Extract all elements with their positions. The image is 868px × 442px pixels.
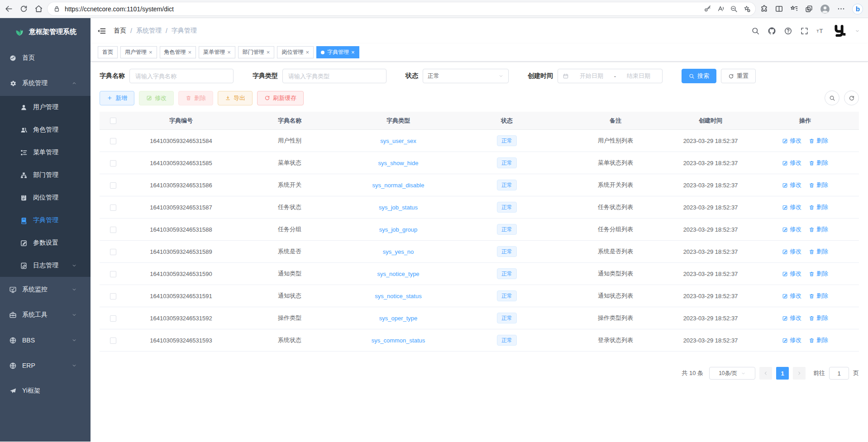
dict-type-input[interactable] [282, 69, 386, 83]
bing-chat-icon[interactable]: b [852, 3, 863, 15]
delete-button[interactable]: 删除 [178, 91, 213, 105]
dict-type-link[interactable]: sys_notice_status [375, 293, 421, 299]
dict-type-link[interactable]: sys_oper_type [379, 315, 418, 322]
row-edit-button[interactable]: 修改 [782, 336, 801, 344]
row-checkbox[interactable] [110, 293, 116, 299]
status-select[interactable]: 正常 [423, 69, 509, 83]
row-edit-button[interactable]: 修改 [782, 247, 801, 256]
row-checkbox[interactable] [110, 160, 116, 166]
date-range-picker[interactable]: 开始日期 - 结束日期 [558, 69, 663, 83]
tab-close-icon[interactable]: × [227, 49, 231, 56]
row-checkbox[interactable] [110, 227, 116, 233]
tab-close-icon[interactable]: × [351, 49, 355, 56]
export-button[interactable]: 导出 [218, 91, 253, 105]
row-delete-button[interactable]: 删除 [809, 225, 828, 233]
dict-type-link[interactable]: sys_job_group [379, 226, 418, 233]
tab-post-management[interactable]: 岗位管理× [277, 46, 314, 58]
sidebar-item-home[interactable]: 首页 [0, 45, 91, 71]
github-icon[interactable] [768, 27, 776, 35]
goto-page-input[interactable] [829, 367, 849, 380]
row-edit-button[interactable]: 修改 [782, 159, 801, 167]
reset-button[interactable]: 重置 [721, 69, 756, 83]
refresh-icon[interactable] [19, 5, 28, 13]
row-checkbox[interactable] [110, 249, 116, 255]
sidebar-item-dict-management[interactable]: 字典管理 [0, 209, 91, 232]
key-icon[interactable] [704, 5, 711, 13]
toggle-search-button[interactable] [825, 90, 839, 105]
dict-type-link[interactable]: sys_user_sex [380, 138, 416, 144]
favorites-add-icon[interactable] [743, 5, 751, 13]
row-edit-button[interactable]: 修改 [782, 203, 801, 211]
row-edit-button[interactable]: 修改 [782, 225, 801, 233]
add-button[interactable]: 新增 [100, 91, 134, 105]
home-icon[interactable] [34, 5, 43, 13]
row-checkbox[interactable] [110, 337, 116, 344]
tab-close-icon[interactable]: × [149, 49, 153, 56]
read-aloud-icon[interactable] [717, 5, 725, 13]
split-screen-icon[interactable] [775, 5, 783, 13]
refresh-table-button[interactable] [844, 90, 859, 105]
row-delete-button[interactable]: 删除 [809, 137, 828, 145]
dict-type-link[interactable]: sys_job_status [379, 204, 418, 211]
more-menu-icon[interactable] [837, 5, 845, 13]
page-1-button[interactable]: 1 [776, 367, 789, 380]
fullscreen-icon[interactable] [800, 27, 809, 35]
help-icon[interactable] [784, 27, 792, 35]
address-bar[interactable]: https://ccnetcore.com:1101/system/dict [48, 2, 755, 15]
row-delete-button[interactable]: 删除 [809, 314, 828, 322]
refresh-cache-button[interactable]: 刷新缓存 [257, 91, 304, 105]
sidebar-item-menu-management[interactable]: 菜单管理 [0, 141, 91, 164]
back-icon[interactable] [5, 5, 13, 13]
tab-close-icon[interactable]: × [305, 49, 309, 56]
row-edit-button[interactable]: 修改 [782, 292, 801, 300]
row-delete-button[interactable]: 删除 [809, 181, 828, 189]
breadcrumb-item[interactable]: 首页 [114, 27, 126, 35]
duplicate-tab-icon[interactable] [805, 5, 813, 13]
row-edit-button[interactable]: 修改 [782, 137, 801, 145]
tab-dict-management[interactable]: 字典管理× [316, 46, 359, 58]
zoom-out-icon[interactable] [730, 5, 738, 13]
edit-button[interactable]: 修改 [139, 91, 174, 105]
collections-icon[interactable] [790, 5, 798, 13]
row-delete-button[interactable]: 删除 [809, 247, 828, 256]
text-size-icon[interactable]: TT [816, 27, 825, 35]
sidebar-item-yi-framework[interactable]: Yi框架 [0, 378, 91, 404]
row-delete-button[interactable]: 删除 [809, 159, 828, 167]
row-checkbox[interactable] [110, 204, 116, 211]
tab-dept-management[interactable]: 部门管理× [238, 46, 275, 58]
yi-logo-avatar[interactable] [833, 24, 847, 38]
dict-type-link[interactable]: sys_normal_disable [372, 182, 424, 189]
row-checkbox[interactable] [110, 271, 116, 277]
page-size-select[interactable]: 10条/页 [709, 367, 755, 380]
prev-page-button[interactable] [759, 367, 772, 380]
sidebar-item-log-management[interactable]: 日志管理 [0, 254, 91, 277]
tab-user-management[interactable]: 用户管理× [120, 46, 157, 58]
dict-name-input[interactable] [129, 69, 234, 83]
tab-role-management[interactable]: 角色管理× [160, 46, 196, 58]
search-icon[interactable] [751, 27, 760, 35]
sidebar-item-param-settings[interactable]: 参数设置 [0, 232, 91, 254]
sidebar-item-erp[interactable]: ERP [0, 353, 91, 378]
dict-type-link[interactable]: sys_show_hide [378, 160, 419, 166]
select-all-checkbox[interactable] [110, 118, 116, 124]
tab-close-icon[interactable]: × [188, 49, 192, 56]
tab-menu-management[interactable]: 菜单管理× [199, 46, 235, 58]
row-checkbox[interactable] [110, 315, 116, 322]
breadcrumb-item[interactable]: 系统管理 [136, 27, 162, 35]
row-delete-button[interactable]: 删除 [809, 292, 828, 300]
dict-type-link[interactable]: sys_yes_no [383, 248, 414, 255]
sidebar-item-dept-management[interactable]: 部门管理 [0, 164, 91, 186]
row-checkbox[interactable] [110, 182, 116, 189]
sidebar-item-system-management[interactable]: 系统管理 [0, 71, 91, 96]
dict-type-link[interactable]: sys_notice_type [377, 271, 419, 277]
row-edit-button[interactable]: 修改 [782, 314, 801, 322]
profile-avatar-icon[interactable] [820, 4, 830, 14]
extensions-icon[interactable] [760, 5, 768, 13]
dict-type-link[interactable]: sys_common_status [372, 337, 425, 344]
row-delete-button[interactable]: 删除 [809, 270, 828, 278]
row-delete-button[interactable]: 删除 [809, 203, 828, 211]
row-edit-button[interactable]: 修改 [782, 270, 801, 278]
hamburger-icon[interactable] [97, 26, 106, 36]
sidebar-item-role-management[interactable]: 角色管理 [0, 119, 91, 141]
row-checkbox[interactable] [110, 138, 116, 144]
